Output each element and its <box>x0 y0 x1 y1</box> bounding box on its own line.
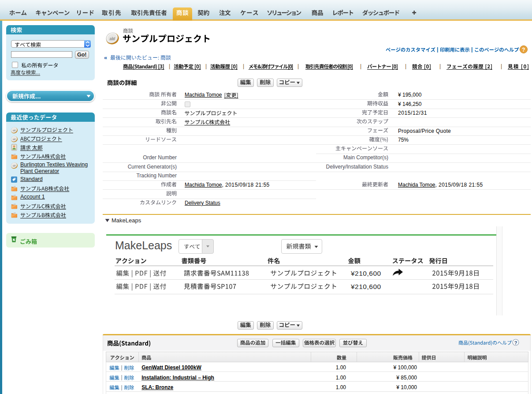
svg-text:?: ? <box>522 47 525 53</box>
